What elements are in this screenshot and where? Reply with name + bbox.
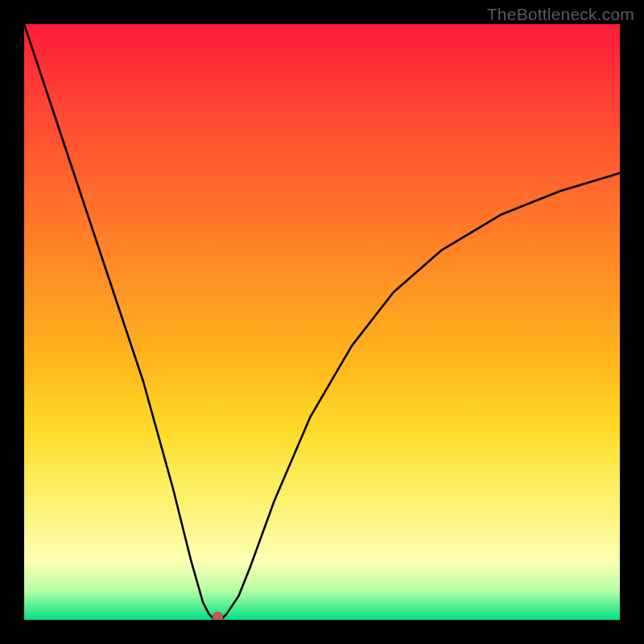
watermark-text: TheBottleneck.com bbox=[487, 5, 634, 24]
minimum-marker bbox=[213, 612, 223, 620]
chart-frame: TheBottleneck.com bbox=[0, 0, 644, 644]
plot-area bbox=[24, 24, 620, 620]
curve-svg bbox=[24, 24, 620, 620]
bottleneck-curve bbox=[24, 24, 620, 620]
